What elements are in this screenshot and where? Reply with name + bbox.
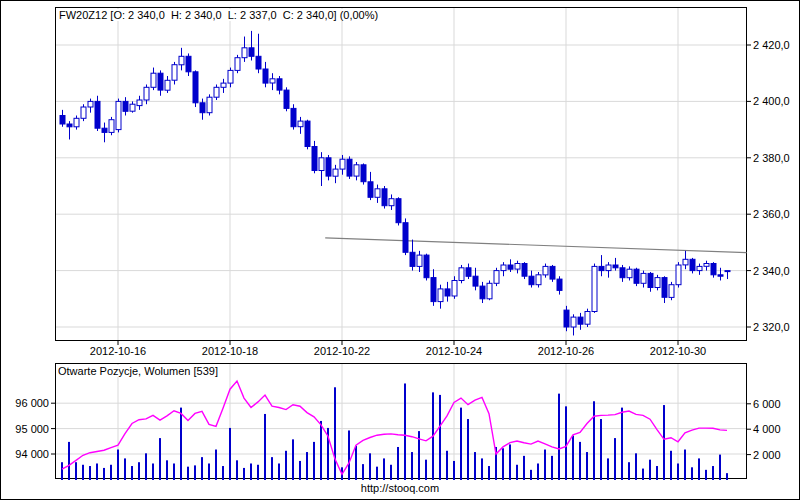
oi-axis-label: 95 000	[2, 423, 49, 435]
volume-bar	[712, 466, 714, 480]
volume-bar	[110, 465, 112, 480]
candle-body	[179, 56, 184, 65]
candle-body	[543, 266, 548, 275]
candle-body	[424, 255, 429, 278]
candle-body	[319, 158, 324, 171]
candle-body	[158, 73, 163, 90]
candle-body	[214, 87, 219, 97]
volume-bar	[691, 467, 693, 480]
candle-body	[382, 189, 387, 206]
candle-body	[263, 69, 268, 83]
volume-bar	[173, 463, 175, 480]
volume-bar	[348, 430, 350, 480]
volume-bar	[600, 419, 602, 480]
volume-bar	[593, 401, 595, 480]
candle-body	[277, 79, 282, 90]
volume-bar	[124, 458, 126, 480]
candle-body	[60, 116, 65, 125]
candle-body	[333, 169, 338, 176]
candle-body	[417, 255, 422, 266]
candle-body	[354, 165, 359, 176]
candle-body	[396, 199, 401, 223]
candle-body	[340, 159, 345, 169]
candle-body	[361, 165, 366, 182]
volume-bar	[68, 442, 70, 480]
candle-body	[459, 268, 464, 281]
volume-bar	[369, 453, 371, 480]
volume-bar	[642, 469, 644, 480]
watermark-url: http://stooq.com	[0, 482, 800, 494]
date-axis-label: 2012-10-30	[638, 345, 718, 357]
candle-body	[130, 104, 135, 111]
candle-body	[137, 100, 142, 106]
candle-body	[291, 108, 296, 126]
candle-body	[704, 264, 709, 267]
candle-body	[508, 265, 513, 269]
volume-bar	[446, 451, 448, 480]
price-axis-label: 2 400,0	[753, 95, 790, 107]
volume-bar	[558, 394, 560, 480]
candle-body	[620, 268, 625, 278]
volume-bar	[516, 465, 518, 480]
volume-bar	[523, 456, 525, 480]
candle-body	[606, 265, 611, 271]
candle-body	[697, 266, 702, 270]
candle-body	[613, 265, 618, 268]
candle-body	[662, 278, 667, 298]
volume-bar	[355, 446, 357, 480]
volume-bar	[474, 452, 476, 480]
volume-bar	[670, 451, 672, 480]
candle-body	[410, 252, 415, 266]
price-axis-label: 2 360,0	[753, 208, 790, 220]
volume-bar	[439, 395, 441, 480]
volume-bar	[222, 466, 224, 480]
candle-body	[466, 268, 471, 277]
volume-bar	[586, 452, 588, 480]
volume-bar	[677, 463, 679, 480]
volume-bar	[565, 406, 567, 480]
candle-body	[88, 101, 93, 107]
price-axis-label: 2 420,0	[753, 39, 790, 51]
candle-body	[690, 259, 695, 270]
candle-body	[487, 283, 492, 299]
candle-body	[151, 73, 156, 87]
date-axis-label: 2012-10-22	[302, 345, 382, 357]
volume-bar	[530, 470, 532, 480]
volume-bar	[285, 451, 287, 480]
volume-bar	[698, 458, 700, 480]
volume-bar	[726, 473, 728, 480]
candle-body	[74, 118, 79, 127]
candle-body	[172, 65, 177, 81]
candle-body	[557, 279, 562, 290]
candle-body	[473, 276, 478, 286]
oi-axis-label: 94 000	[2, 448, 49, 460]
volume-bar	[502, 448, 504, 480]
candle-body	[515, 264, 520, 270]
volume-bar	[117, 450, 119, 480]
indicator-title: Otwarte Pozycje, Wolumen [539]	[58, 365, 221, 377]
candle-body	[242, 48, 247, 58]
volume-bar	[236, 460, 238, 480]
volume-bar	[243, 468, 245, 480]
date-axis-label: 2012-10-24	[414, 345, 494, 357]
candle-body	[298, 121, 303, 127]
volume-bar	[96, 463, 98, 480]
price-axis-label: 2 340,0	[753, 265, 790, 277]
candle-body	[683, 259, 688, 265]
candle-body	[221, 83, 226, 87]
candle-body	[312, 147, 317, 171]
candle-body	[452, 281, 457, 297]
volume-bar	[663, 405, 665, 480]
candle-body	[627, 269, 632, 278]
volume-bar	[460, 408, 462, 480]
candle-body	[116, 101, 121, 129]
volume-bar	[509, 444, 511, 480]
volume-bar	[138, 462, 140, 480]
candle-body	[389, 199, 394, 206]
volume-bar	[306, 452, 308, 480]
volume-bar	[103, 468, 105, 480]
chart-title: FW20Z12 [O: 2 340,0 H: 2 340,0 L: 2 337,…	[59, 9, 381, 21]
candle-body	[655, 278, 660, 288]
candle-body	[571, 317, 576, 327]
volume-bar	[145, 453, 147, 480]
